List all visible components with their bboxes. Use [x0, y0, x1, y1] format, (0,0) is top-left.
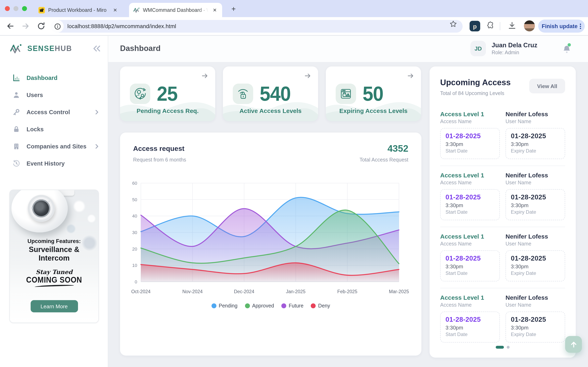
user-name-label: User Name: [506, 119, 565, 124]
user-name-label: User Name: [506, 180, 565, 185]
sidebar-collapse-icon[interactable]: [92, 45, 101, 52]
sidebar-item-dashboard[interactable]: Dashboard: [0, 70, 108, 86]
downloads-icon[interactable]: [507, 21, 517, 31]
start-date: 01-28-2025: [445, 316, 494, 323]
legend-item[interactable]: Future: [281, 303, 303, 309]
access-name: Access Level 1: [440, 172, 506, 179]
svg-text:20: 20: [132, 247, 137, 252]
access-name: Access Level 1: [440, 294, 506, 301]
promo-line2a: Surveillance &: [10, 245, 98, 254]
legend-label: Future: [289, 303, 303, 309]
sensehub-favicon-icon: [133, 7, 140, 13]
start-time: 3:30pm: [445, 325, 494, 331]
svg-text:Oct-2024: Oct-2024: [131, 289, 151, 294]
sidebar-item-companies-sites[interactable]: Companies and Sites: [0, 138, 108, 155]
scroll-to-top-button[interactable]: [565, 336, 582, 353]
pagination-dot[interactable]: [507, 346, 510, 349]
upcoming-row: Access Level 1Access Name Nenifer Lofess…: [440, 105, 565, 166]
avatar[interactable]: JD: [470, 41, 486, 56]
chevron-right-icon: [94, 143, 100, 149]
svg-text:Mar-2025: Mar-2025: [389, 289, 409, 294]
expiry-time: 3:30pm: [511, 202, 560, 208]
tab-close-icon[interactable]: ✕: [112, 7, 118, 13]
pagination-dot-active[interactable]: [496, 346, 504, 349]
stat-card-pending[interactable]: 25 Pending Access Req.: [120, 67, 215, 121]
start-time: 3:30pm: [445, 202, 494, 208]
user-name-label: User Name: [506, 302, 565, 308]
address-bar[interactable]: localhost:8888/dp2/wmcommand/index.html: [51, 20, 463, 33]
user-name: Juan Dela Cruz: [492, 42, 537, 49]
back-icon[interactable]: [6, 22, 15, 31]
expiry-date: 01-28-2025: [511, 193, 560, 201]
legend-item[interactable]: Deny: [311, 303, 330, 309]
close-window-button[interactable]: [5, 6, 10, 11]
sidebar-item-users[interactable]: Users: [0, 87, 108, 103]
promo-line1: Upcoming Features:: [10, 238, 98, 244]
svg-text:0: 0: [135, 279, 137, 284]
arrow-right-icon[interactable]: [304, 72, 311, 80]
sidebar-item-label: Access Control: [26, 109, 70, 115]
expiry-date-label: Expiry Date: [511, 270, 560, 276]
tab-miro[interactable]: Product Workboard - Miro ✕: [34, 3, 122, 17]
url-text: localhost:8888/dp2/wmcommand/index.html: [67, 23, 176, 29]
maximize-window-button[interactable]: [22, 6, 27, 11]
p-extension-icon[interactable]: p: [470, 21, 480, 31]
brand-name: SENSEHUB: [27, 44, 72, 53]
expiry-date-box: 01-28-20253:30pmExpiry Date: [506, 250, 565, 281]
sidebar-item-access-control[interactable]: Access Control: [0, 104, 108, 120]
upcoming-row: Access Level 1Access Name Nenifer Lofess…: [440, 166, 565, 227]
access-name: Access Level 1: [440, 110, 506, 117]
user-name: Nenifer Lofess: [506, 233, 565, 240]
stat-card-expiring[interactable]: 50 Expiring Access Levels: [326, 67, 421, 121]
miro-favicon-icon: [38, 7, 45, 13]
app-window: SENSEHUB Dashboard Users Access Control: [0, 36, 588, 367]
legend-item[interactable]: Pending: [211, 303, 237, 309]
browser-profile-avatar[interactable]: [524, 20, 535, 31]
site-info-icon[interactable]: [51, 20, 64, 33]
panel-header: Upcoming Access Total of 84 Upcoming Lev…: [440, 78, 565, 105]
browser-menu-icon[interactable]: [580, 24, 581, 29]
access-name-label: Access Name: [440, 302, 506, 308]
svg-text:10: 10: [132, 263, 137, 268]
chart-total-value: 4352: [388, 143, 408, 154]
start-date-box: 01-28-20253:30pmStart Date: [440, 250, 500, 281]
notification-dot: [568, 43, 571, 47]
minimize-window-button[interactable]: [13, 6, 18, 11]
arrow-right-icon[interactable]: [201, 72, 209, 80]
chart-total-label: Total Access Request: [360, 157, 408, 163]
learn-more-button[interactable]: Learn More: [30, 300, 78, 312]
user-name-label: User Name: [506, 241, 565, 247]
svg-text:30: 30: [132, 230, 137, 235]
sidebar-item-event-history[interactable]: Event History: [0, 155, 108, 172]
forward-icon[interactable]: [21, 22, 30, 31]
bookmark-star-icon[interactable]: [449, 20, 457, 28]
start-date: 01-28-2025: [445, 254, 494, 262]
sidebar-item-label: Companies and Sites: [26, 143, 86, 150]
reload-icon[interactable]: [37, 22, 46, 31]
tab-close-icon[interactable]: ✕: [212, 7, 218, 13]
key-icon: [12, 108, 20, 116]
start-date-label: Start Date: [445, 148, 494, 154]
extensions-puzzle-icon[interactable]: [485, 21, 495, 31]
finish-update-button[interactable]: Finish update: [538, 20, 585, 33]
new-tab-button[interactable]: +: [229, 5, 238, 13]
sidebar-item-locks[interactable]: Locks: [0, 121, 108, 137]
expiry-date: 01-28-2025: [511, 316, 560, 323]
stat-cards: 25 Pending Access Req.: [120, 67, 421, 121]
legend-dot-icon: [211, 303, 216, 308]
stat-card-active[interactable]: 540 Active Access Levels: [223, 67, 318, 121]
svg-text:60: 60: [132, 181, 137, 186]
upcoming-access-panel: Upcoming Access Total of 84 Upcoming Lev…: [430, 67, 576, 358]
page-title: Dashboard: [120, 44, 161, 53]
screen: Product Workboard - Miro ✕ WMCommand Das…: [0, 0, 588, 367]
view-all-button[interactable]: View All: [529, 79, 565, 93]
chart-subtitle: Request from 6 months: [133, 157, 186, 163]
legend-item[interactable]: Approved: [245, 303, 274, 309]
start-time: 3:30pm: [445, 141, 494, 147]
arrow-right-icon[interactable]: [407, 72, 415, 80]
user-name: Nenifer Lofess: [506, 172, 565, 179]
user-icon: [12, 91, 20, 99]
notification-bell-icon[interactable]: [562, 44, 572, 57]
tab-title: WMCommand Dashboard - W: [143, 7, 208, 13]
tab-wmcommand[interactable]: WMCommand Dashboard - W ✕: [129, 3, 222, 17]
